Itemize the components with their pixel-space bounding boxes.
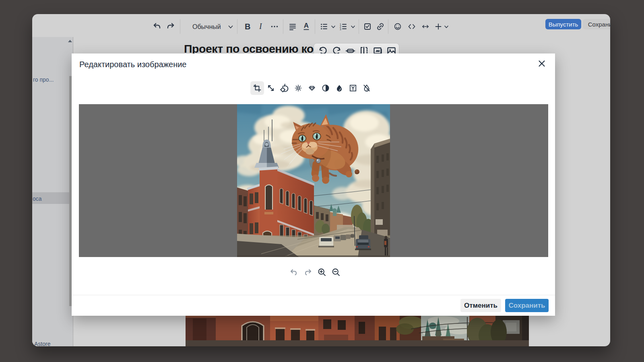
svg-text:A: A [304, 22, 309, 29]
svg-text:3: 3 [340, 28, 341, 31]
